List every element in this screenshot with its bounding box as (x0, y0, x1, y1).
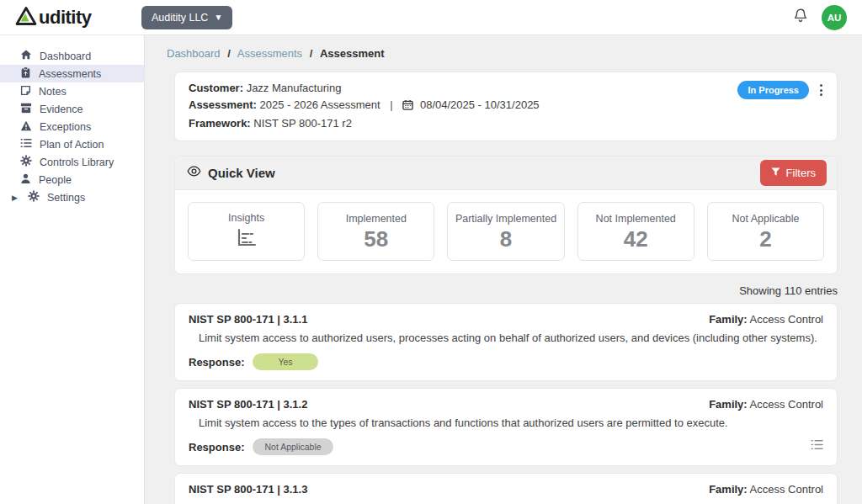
control-id: NIST SP 800-171 | 3.1.1 (189, 313, 307, 326)
family-value: Access Control (750, 398, 823, 411)
main-content: Dashboard / Assessments / Assessment Cus… (145, 35, 862, 504)
stat-label: Implemented (346, 213, 407, 225)
sidebar-item-controls-library[interactable]: Controls Library (0, 153, 144, 171)
sidebar-item-dashboard[interactable]: Dashboard (0, 47, 144, 65)
control-id: NIST SP 800-171 | 3.1.2 (189, 398, 307, 411)
status-badge[interactable]: In Progress (737, 81, 809, 99)
sidebar-item-label: Controls Library (40, 157, 114, 168)
customer-value: Jazz Manufacturing (247, 82, 342, 94)
sidebar-item-label: Exceptions (40, 121, 91, 133)
control-description: Limit system access to authorized users,… (199, 332, 823, 344)
customer-label: Customer: (189, 82, 243, 94)
breadcrumb-link-assessments[interactable]: Assessments (237, 47, 302, 60)
task-list-icon[interactable] (811, 438, 823, 454)
expand-caret-icon: ▶ (12, 194, 20, 202)
notifications-bell-icon[interactable] (793, 8, 808, 27)
response-label: Response: (189, 441, 244, 454)
assessment-summary-card: Customer: Jazz Manufacturing Assessment:… (174, 72, 838, 141)
stat-value: 42 (624, 228, 648, 250)
sidebar-item-people[interactable]: People (0, 171, 144, 188)
stat-value: 8 (500, 228, 512, 250)
bar-chart-icon (236, 227, 258, 251)
org-selector-dropdown[interactable]: Auditity LLC ▼ (141, 6, 232, 29)
sidebar-item-label: Settings (47, 192, 85, 204)
sidebar-item-label: Plan of Action (40, 139, 104, 151)
control-description: Limit system access to the types of tran… (199, 416, 823, 429)
archive-icon (20, 103, 32, 116)
breadcrumb-link-dashboard[interactable]: Dashboard (167, 47, 221, 60)
family-value: Access Control (750, 313, 823, 326)
filter-funnel-icon (771, 167, 780, 179)
family-label: Family: (709, 483, 748, 496)
family-label: Family: (709, 398, 748, 411)
sidebar-item-notes[interactable]: Notes (0, 82, 144, 100)
sidebar-item-label: Dashboard (40, 50, 91, 62)
sidebar-item-exceptions[interactable]: Exceptions (0, 118, 144, 135)
filters-button-label: Filters (786, 167, 816, 179)
kebab-menu-icon[interactable] (817, 82, 825, 98)
stat-label: Partially Implemented (455, 213, 556, 225)
assessment-value: 2025 - 2026 Assessment (260, 98, 380, 111)
sidebar-item-evidence[interactable]: Evidence (0, 100, 144, 118)
app-logo: uditity (0, 6, 133, 29)
person-icon (20, 173, 31, 187)
note-icon (20, 85, 31, 98)
stat-card-partially-implemented[interactable]: Partially Implemented 8 (447, 202, 564, 261)
response-badge-yes: Yes (253, 353, 317, 370)
stat-card-insights[interactable]: Insights (188, 202, 305, 261)
framework-value: NIST SP 800-171 r2 (253, 117, 352, 130)
stat-value: 58 (364, 228, 388, 250)
sidebar-item-label: Notes (39, 86, 67, 98)
breadcrumb-separator: / (227, 47, 231, 60)
framework-line: Framework: NIST SP 800-171 r2 (189, 115, 823, 132)
sidebar-item-settings[interactable]: ▶ Settings (0, 188, 144, 206)
filters-button[interactable]: Filters (760, 160, 827, 186)
gear-icon (20, 155, 32, 169)
sidebar-nav: Dashboard Assessments Notes Evidence Exc… (0, 35, 145, 504)
logo-text: uditity (39, 7, 92, 29)
sidebar-item-plan-of-action[interactable]: Plan of Action (0, 135, 144, 153)
logo-triangle-icon (15, 6, 37, 29)
warning-icon (20, 120, 32, 134)
stat-label: Not Applicable (732, 213, 799, 225)
stat-card-not-implemented[interactable]: Not Implemented 42 (577, 202, 694, 261)
sidebar-item-assessments[interactable]: Assessments (0, 65, 144, 82)
quick-view-title: Quick View (208, 166, 275, 180)
gear-icon (28, 190, 40, 204)
calendar-icon (402, 100, 413, 113)
breadcrumb-separator: / (310, 47, 313, 60)
family-value: Access Control (750, 483, 823, 496)
chevron-down-icon: ▼ (214, 13, 222, 22)
breadcrumb-current: Assessment (320, 47, 385, 60)
sidebar-item-label: Evidence (40, 103, 82, 115)
task-list-icon (20, 138, 32, 151)
stat-value: 2 (759, 228, 771, 250)
control-family: Family: Access Control (709, 483, 823, 496)
control-entry-3-1-1[interactable]: NIST SP 800-171 | 3.1.1 Family: Access C… (174, 303, 838, 381)
assessment-line: Assessment: 2025 - 2026 Assessment | 08/… (189, 97, 823, 115)
breadcrumb: Dashboard / Assessments / Assessment (167, 47, 838, 60)
sidebar-item-label: People (39, 174, 72, 186)
user-avatar[interactable]: AU (822, 5, 847, 30)
control-entry-3-1-2[interactable]: NIST SP 800-171 | 3.1.2 Family: Access C… (174, 388, 838, 466)
top-header: uditity Auditity LLC ▼ AU (0, 0, 862, 35)
stat-label: Not Implemented (596, 213, 676, 225)
control-entry-3-1-3[interactable]: NIST SP 800-171 | 3.1.3 Family: Access C… (174, 473, 838, 504)
stat-card-implemented[interactable]: Implemented 58 (317, 202, 434, 261)
framework-label: Framework: (189, 117, 251, 130)
stat-card-not-applicable[interactable]: Not Applicable 2 (707, 202, 824, 261)
eye-icon (187, 165, 201, 181)
family-label: Family: (709, 313, 748, 326)
control-family: Family: Access Control (709, 313, 823, 326)
assessment-label: Assessment: (189, 98, 257, 111)
sidebar-item-label: Assessments (39, 68, 101, 80)
entries-count: Showing 110 entries (174, 284, 838, 297)
quick-view-stats: Insights Implemented 58 Pa (175, 190, 837, 273)
date-range: 08/04/2025 - 10/31/2025 (420, 98, 540, 111)
customer-line: Customer: Jazz Manufacturing (189, 80, 823, 97)
control-id: NIST SP 800-171 | 3.1.3 (189, 483, 307, 496)
clipboard-icon (20, 66, 31, 81)
control-family: Family: Access Control (709, 398, 823, 411)
quick-view-card: Quick View Filters Insights (174, 156, 838, 274)
quick-view-header: Quick View Filters (175, 157, 837, 190)
